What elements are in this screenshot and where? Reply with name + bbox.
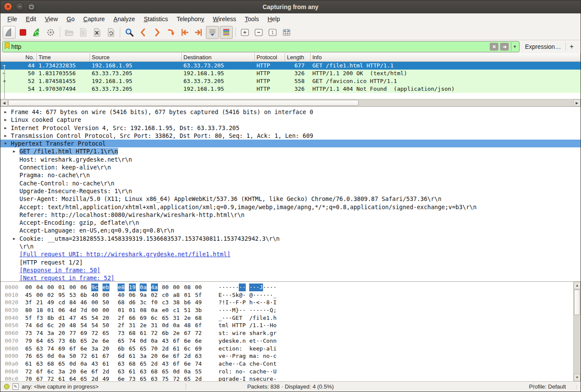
collapsed-arrow-icon[interactable]: ▶ [4,108,6,116]
hex-row[interactable]: 001045000295536b400040069a02c0a8015fE···… [0,291,573,299]
menu-telephony[interactable]: Telephony [172,14,209,24]
hex-row[interactable]: 0050746d6c20485454502f312e310d0a486ftml … [0,322,573,329]
display-filter-input[interactable] [10,43,488,50]
menu-edit[interactable]: Edit [22,14,41,24]
hex-row[interactable]: 00c07067726164652d496e7365637572652dpgra… [0,375,573,381]
detail-line[interactable]: ▶Transmission Control Protocol, Src Port… [0,132,581,140]
toolbar-capture-start-button[interactable] [3,26,16,39]
toolbar-resize-columns-button[interactable] [280,26,293,39]
toolbar-go-back-button[interactable] [137,26,150,39]
detail-line[interactable]: [Next request in frame: 52] [0,274,581,281]
detail-line[interactable]: ▶Internet Protocol Version 4, Src: 192.1… [0,124,581,132]
hscroll-thumb[interactable] [8,100,359,106]
hex-row[interactable]: 009076650d0a507261676d613a206e6f2d63ve··… [0,352,573,360]
packet-row[interactable]: 541.97030749463.33.73.205192.168.1.95HTT… [0,85,581,93]
column-header-no[interactable]: No. [0,53,37,61]
vertical-scrollbar[interactable]: ▲ ▼ [573,282,581,381]
packet-row[interactable]: ●521.874581455192.168.1.9563.33.73.205HT… [0,77,581,85]
menu-file[interactable]: File [3,14,22,24]
toolbar-capture-stop-button[interactable] [16,26,29,39]
detail-line[interactable]: [Response in frame: 50] [0,266,581,274]
toolbar-file-reload-button[interactable] [104,26,117,39]
detail-line[interactable]: Cache-Control: no-cache\r\n [0,179,581,187]
menu-view[interactable]: View [41,14,62,24]
detail-line[interactable]: Accept: text/html,application/xhtml+xml,… [0,203,581,211]
vscroll-thumb[interactable] [574,290,580,315]
menu-statistics[interactable]: Statistics [139,14,172,24]
collapsed-arrow-icon[interactable]: ▶ [4,132,6,140]
profile-text[interactable]: Profile: Default [529,383,581,390]
vscroll-track[interactable] [574,289,581,374]
detail-line[interactable]: Accept-Language: en-US,en;q=0.9,da;q=0.8… [0,226,581,234]
display-filter-field[interactable]: ✕ ➜ ▼ [2,41,520,52]
toolbar-zoom-out-button[interactable] [252,26,265,39]
scroll-right-icon[interactable]: ▶ [573,99,581,106]
toolbar-capture-options-button[interactable] [44,26,57,39]
toolbar-file-close-button[interactable] [90,26,103,39]
minimize-window-icon[interactable]: – [16,3,24,11]
toolbar-go-to-packet-button[interactable] [164,26,177,39]
column-header-source[interactable]: Source [90,53,182,61]
detail-line[interactable]: ▶GET /file1.html HTTP/1.1\r\n [0,147,581,155]
detail-line[interactable]: Referer: http://localhost:8080/wireshark… [0,211,581,219]
capture-comment-icon[interactable]: ✎ [13,383,19,390]
hex-row[interactable]: 00a0616368650d0a43616368652d436f6e74ache… [0,360,573,368]
collapsed-arrow-icon[interactable]: ▶ [4,116,6,124]
detail-line[interactable]: [HTTP request 1/2] [0,258,581,266]
collapsed-arrow-icon[interactable]: ▶ [4,124,6,132]
menu-analyze[interactable]: Analyze [109,14,139,24]
toolbar-zoom-in-button[interactable] [238,26,251,39]
resize-grip[interactable]: ⋮⋮ [575,386,579,390]
clear-filter-icon[interactable]: ✕ [490,43,498,51]
filter-history-chevron-icon[interactable]: ▼ [511,42,518,51]
hex-row[interactable]: 00203f2149cd8446005068d63cf0c338b649?!I·… [0,299,573,306]
toolbar-auto-scroll-button[interactable] [206,26,219,39]
maximize-window-icon[interactable]: ▢ [27,3,35,11]
hex-row[interactable]: 00405ff38bd1474554202f66696c65312e68_···… [0,314,573,322]
toolbar-find-packet-button[interactable] [123,26,136,39]
expression-button[interactable]: Expression… [525,43,561,50]
hscroll-track[interactable] [8,99,573,106]
detail-line[interactable]: ▶Cookie: __utma=231828553.1458339319.153… [0,235,581,242]
packet-row[interactable]: ←501.83170355663.33.73.205192.168.1.95HT… [0,70,581,77]
toolbar-file-save-button[interactable] [77,26,90,39]
column-header-protocol[interactable]: Protocol [255,53,285,61]
add-filter-button-button[interactable]: + [566,43,578,51]
bookmark-icon[interactable] [5,42,10,51]
detail-line[interactable]: User-Agent: Mozilla/5.0 (X11; Linux x86_… [0,195,581,203]
detail-line[interactable]: [Full request URI: http://wireshark.gryd… [0,250,581,258]
menu-wireless[interactable]: Wireless [209,14,241,24]
toolbar-colorize-button[interactable] [220,26,233,39]
hex-row[interactable]: 0080656374696f6e3a206b6565702d616c69ecti… [0,345,573,353]
hex-row[interactable]: 00000004000100069cebe8190a4a00000800····… [0,284,573,291]
column-header-info[interactable]: Info [311,53,581,61]
detail-line[interactable]: ▶Frame 44: 677 bytes on wire (5416 bits)… [0,108,581,116]
hex-row[interactable]: 0030801801064d7d00000101080ae0c1513b····… [0,306,573,314]
detail-line[interactable]: Pragma: no-cache\r\n [0,171,581,179]
column-header-destination[interactable]: Destination [182,53,255,61]
detail-line[interactable]: Connection: keep-alive\r\n [0,163,581,171]
capture-status-icon[interactable] [4,384,10,389]
menu-tools[interactable]: Tools [241,14,263,24]
scroll-up-icon[interactable]: ▲ [574,282,581,289]
toolbar-go-forward-button[interactable] [151,26,164,39]
apply-filter-icon[interactable]: ➜ [500,43,509,51]
menu-help[interactable]: Help [263,14,284,24]
toolbar-go-last-button[interactable] [192,26,205,39]
horizontal-scrollbar[interactable]: ◀ ▶ [0,99,581,106]
detail-line[interactable]: ▶Linux cooked capture [0,116,581,124]
detail-line[interactable]: Accept-Encoding: gzip, deflate\r\n [0,219,581,226]
detail-line[interactable]: Host: wireshark.grydeske.net\r\n [0,156,581,163]
hex-row[interactable]: 0070796465736b652e6e65740d0a436f6e6eydes… [0,337,573,345]
scroll-down-icon[interactable]: ▼ [574,374,581,381]
detail-line[interactable]: ▼Hypertext Transfer Protocol [0,140,581,147]
toolbar-capture-restart-button[interactable] [30,26,43,39]
close-window-icon[interactable]: ✕ [4,3,12,11]
collapsed-arrow-icon[interactable]: ▶ [13,235,15,242]
hex-row[interactable]: 006073743a2077697265736861726b2e6772st: … [0,329,573,337]
menu-go[interactable]: Go [62,14,79,24]
toolbar-file-open-button[interactable] [63,26,76,39]
scroll-left-icon[interactable]: ◀ [0,99,8,106]
expanded-arrow-icon[interactable]: ▼ [4,140,6,147]
toolbar-go-first-button[interactable] [178,26,191,39]
